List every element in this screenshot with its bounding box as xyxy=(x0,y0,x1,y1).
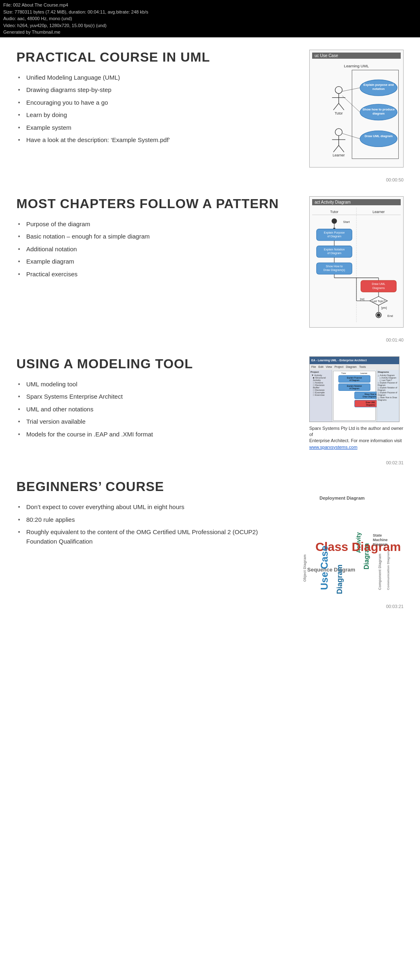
svg-point-29 xyxy=(332,218,337,224)
bullet-item: Roughly equivalent to the content of the… xyxy=(16,528,289,546)
section3-timestamp: 00:02:31 xyxy=(0,459,420,467)
file-info-bar: File: 002 About The Course.mp4 Size: 778… xyxy=(0,0,420,37)
section4-content: BEGINNERS’ COURSE Don’t expect to cover … xyxy=(16,479,289,549)
caption-line2: Enterprise Architect. For more informati… xyxy=(309,438,402,443)
caption-line1: Sparx Systems Pty Ltd is the author and … xyxy=(309,426,403,437)
file-info-line4: Video: h264, yuv420p, 1280x720, 15.00 fp… xyxy=(3,22,417,29)
svg-point-18 xyxy=(335,129,342,135)
section1-timestamp: 00:00:50 xyxy=(0,176,420,184)
sparx-canvas: TutorLearner Explain Purposeof Diagram E… xyxy=(332,370,377,422)
file-info-line5: Generated by Thumbnail.me xyxy=(3,29,417,36)
sparx-link[interactable]: www.sparxsystems.com xyxy=(309,445,357,450)
section2-timestamp: 00:01:40 xyxy=(0,336,420,344)
bullet-item: Sparx Systems Enterprise Architect xyxy=(16,392,301,402)
bullet-item: Models for the course in .EAP and .XMI f… xyxy=(16,430,301,439)
sparx-screenshot: EA - Learning UML - Enterprise Architect… xyxy=(309,356,399,422)
sparx-properties: Diagrams △ Activity Diagram ◻ Activity D… xyxy=(377,370,399,422)
bullet-item: Example diagram xyxy=(16,257,301,266)
activity-diagram-box: act Activity Diagram Tutor Learner Start… xyxy=(309,196,404,328)
bullet-item: UML and other notations xyxy=(16,405,301,414)
section2-title: MOST CHAPTERS FOLLOW A PATTERN xyxy=(16,196,301,211)
section4-timestamp: 00:03:21 xyxy=(0,602,420,613)
wc-state-machine2: Machine xyxy=(373,538,388,542)
svg-text:Show How to: Show How to xyxy=(326,265,342,268)
section-practical-course: PRACTICAL COURSE IN UML Unified Modeling… xyxy=(0,37,420,176)
svg-text:Explain Purpose: Explain Purpose xyxy=(324,231,345,234)
wc-sequence: Sequence Diagram xyxy=(307,567,355,573)
sparx-sidebar: Project ▼ Activity ■ Structural Activity… xyxy=(310,370,332,422)
uc-diagram-svg: Learning UML Explain purpose and notatio… xyxy=(312,61,401,163)
bullet-item: Have a look at the description: ‘Example… xyxy=(16,135,301,145)
section-chapters-pattern: MOST CHAPTERS FOLLOW A PATTERN Purpose o… xyxy=(0,184,420,336)
svg-text:of Diagram: of Diagram xyxy=(327,252,341,255)
svg-text:diagram: diagram xyxy=(372,111,385,115)
svg-point-10 xyxy=(335,86,342,93)
svg-line-24 xyxy=(342,133,360,139)
svg-line-14 xyxy=(339,103,344,110)
svg-line-16 xyxy=(342,87,360,91)
section-modeling-tool: USING A MODELING TOOL UML modeling tool … xyxy=(0,344,420,459)
uc-diagram-box: uc Use Case Learning UML Explain purpose… xyxy=(309,50,404,168)
activity-diagram-title: act Activity Diagram xyxy=(312,199,401,205)
svg-line-17 xyxy=(342,96,360,112)
svg-text:Diagrams: Diagrams xyxy=(372,287,385,290)
bullet-item: 80:20 rule applies xyxy=(16,515,289,525)
wc-component: Component Diagram xyxy=(378,554,382,590)
section2-bullet-list: Purpose of the diagram Basic notation – … xyxy=(16,220,301,279)
svg-text:Start: Start xyxy=(343,220,350,224)
tool-caption: Sparx Systems Pty Ltd is the author and … xyxy=(309,425,404,451)
file-info-line1: File: 002 About The Course.mp4 xyxy=(3,2,417,9)
svg-text:Draw UML diagram: Draw UML diagram xyxy=(365,134,393,138)
svg-line-22 xyxy=(339,145,344,152)
file-info-line2: Size: 7780311 bytes (7.42 MiB), duration… xyxy=(3,9,417,16)
uc-diagram-title: uc Use Case xyxy=(312,53,401,59)
section2-diagram: act Activity Diagram Tutor Learner Start… xyxy=(309,196,404,328)
word-cloud-svg: Deployment Diagram Activity Diagram Clas… xyxy=(297,479,404,602)
svg-text:Learner: Learner xyxy=(372,210,385,214)
bullet-item: Learn by doing xyxy=(16,110,301,120)
bullet-item: Practical exercises xyxy=(16,270,301,279)
wc-communication: Communication Diagram xyxy=(386,551,390,590)
wc-diagram-blue: Diagram xyxy=(336,565,344,594)
svg-text:notation: notation xyxy=(372,87,385,91)
wc-state-machine: State xyxy=(373,533,382,537)
svg-text:Explain purpose and: Explain purpose and xyxy=(363,83,394,87)
svg-text:Tutor: Tutor xyxy=(335,111,343,115)
section1-content: PRACTICAL COURSE IN UML Unified Modeling… xyxy=(16,50,301,148)
sparx-body: Project ▼ Activity ■ Structural Activity… xyxy=(310,370,399,422)
wc-object: Object Diagram xyxy=(303,555,307,582)
svg-line-13 xyxy=(333,103,339,110)
svg-text:Draw UML: Draw UML xyxy=(372,282,385,285)
wc-state-machine3: Diagram xyxy=(373,542,388,546)
section1-bullet-list: Unified Modeling Language (UML) Drawing … xyxy=(16,73,301,145)
svg-text:of Diagram: of Diagram xyxy=(327,235,341,238)
bullet-item: Don’t expect to cover everything about U… xyxy=(16,503,289,512)
activity-diagram-svg: Tutor Learner Start Explain Purpose of D… xyxy=(312,208,401,323)
file-info-line3: Audio: aac, 48000 Hz, mono (und) xyxy=(3,15,417,22)
section1-title: PRACTICAL COURSE IN UML xyxy=(16,50,301,65)
section3-diagram: EA - Learning UML - Enterprise Architect… xyxy=(309,356,404,451)
bullet-item: Unified Modeling Language (UML) xyxy=(16,73,301,83)
svg-text:Draw Diagram(s): Draw Diagram(s) xyxy=(324,269,345,272)
bullet-item: Additional notation xyxy=(16,245,301,254)
svg-text:Last Topic?: Last Topic? xyxy=(372,300,386,303)
section1-diagram: uc Use Case Learning UML Explain purpose… xyxy=(309,50,404,168)
section3-content: USING A MODELING TOOL UML modeling tool … xyxy=(16,356,301,443)
section3-title: USING A MODELING TOOL xyxy=(16,356,301,372)
svg-text:Learner: Learner xyxy=(333,153,345,157)
bullet-item: UML modeling tool xyxy=(16,380,301,389)
mini-activity-diagram: TutorLearner Explain Purposeof Diagram E… xyxy=(333,371,376,421)
svg-text:Explain Notation: Explain Notation xyxy=(324,248,345,251)
section4-title: BEGINNERS’ COURSE xyxy=(16,479,289,494)
word-cloud: Deployment Diagram Activity Diagram Clas… xyxy=(297,479,404,594)
svg-text:Tutor: Tutor xyxy=(330,210,338,214)
bullet-item: Trial version available xyxy=(16,417,301,427)
section2-content: MOST CHAPTERS FOLLOW A PATTERN Purpose o… xyxy=(16,196,301,282)
wc-use-case: Use Case xyxy=(319,546,330,590)
bullet-item: Example system xyxy=(16,123,301,133)
section4-bullet-list: Don’t expect to cover everything about U… xyxy=(16,503,289,546)
sparx-topbar: EA - Learning UML - Enterprise Architect xyxy=(310,357,399,364)
bullet-item: Encouraging you to have a go xyxy=(16,98,301,108)
section-beginners-course: BEGINNERS’ COURSE Don’t expect to cover … xyxy=(0,467,420,602)
sparx-menubar: FileEditViewProjectDiagramTools xyxy=(310,364,399,370)
